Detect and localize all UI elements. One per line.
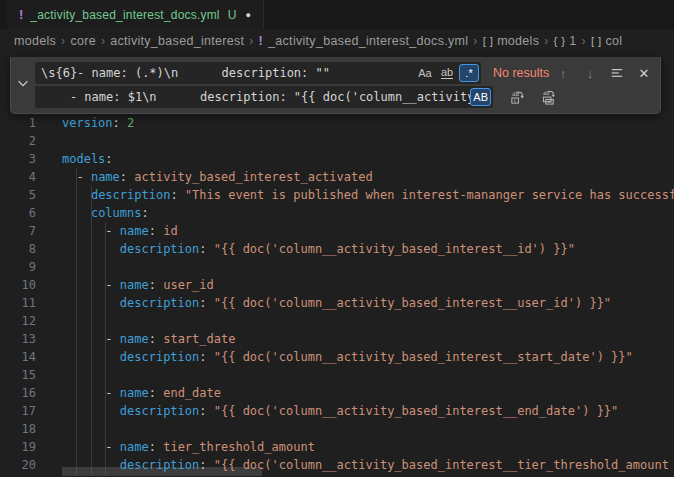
breadcrumb-item-activity-based-interest[interactable]: activity_based_interest (110, 34, 244, 48)
match-case-button[interactable]: Aa (415, 64, 435, 82)
yaml-punctuation: : (149, 224, 156, 238)
find-in-selection-button[interactable] (607, 63, 627, 83)
yaml-punctuation: : (105, 152, 112, 166)
breadcrumb-separator: › (61, 34, 65, 48)
yaml-value: "{{ doc('column__activity_based_interest… (207, 350, 633, 364)
breadcrumb-item-models[interactable]: models (14, 34, 56, 48)
yaml-punctuation: - (105, 332, 119, 346)
yaml-punctuation: : (199, 404, 206, 418)
find-replace-widget: \s{6}- name: (.*)\n description: "" Aa a… (10, 57, 661, 114)
yaml-punctuation (62, 458, 120, 472)
symbol-array-icon: [ ] (591, 35, 602, 47)
breadcrumb-separator: › (249, 34, 253, 48)
code-line-10[interactable]: - name: user_id (62, 276, 214, 294)
breadcrumb: models›core›activity_based_interest›!_ac… (0, 29, 674, 52)
breadcrumb-item-models[interactable]: [ ]models (483, 34, 540, 48)
next-match-button[interactable]: ↓ (580, 63, 600, 83)
find-input-value: \s{6}- name: (.*)\n description: "" (41, 66, 415, 80)
line-number: 4 (0, 168, 36, 186)
code-line-20[interactable]: description: "{{ doc('column__activity_b… (62, 456, 669, 474)
yaml-key: description (120, 350, 199, 364)
toggle-replace-button[interactable] (11, 57, 35, 113)
replace-input[interactable]: - name: $1\n description: "{{ doc('colum… (35, 86, 493, 108)
yaml-punctuation (62, 278, 105, 292)
yaml-punctuation: : (199, 242, 206, 256)
line-number: 10 (0, 276, 36, 294)
code-line-6[interactable]: columns: (62, 204, 149, 222)
code-line-8[interactable]: description: "{{ doc('column__activity_b… (62, 240, 575, 258)
breadcrumb-label: 1 (569, 34, 576, 48)
code-line-4[interactable]: - name: activity_based_interest_activate… (62, 168, 373, 186)
yaml-punctuation: - (105, 440, 119, 454)
breadcrumb-label: models (14, 34, 56, 48)
breadcrumb-separator: › (101, 34, 105, 48)
code-line-3[interactable]: models: (62, 150, 113, 168)
tab-activity-based-interest-docs[interactable]: ! _activity_based_interest_docs.yml U ● (7, 0, 264, 29)
code-line-19[interactable]: - name: tier_threshold_amount (62, 438, 315, 456)
replace-all-button[interactable]: ab ac (539, 87, 559, 107)
code-line-16[interactable]: - name: end_date (62, 384, 221, 402)
yaml-key: name (120, 278, 149, 292)
yaml-punctuation (62, 386, 105, 400)
yaml-punctuation: : (149, 386, 156, 400)
code-line-14[interactable]: description: "{{ doc('column__activity_b… (62, 348, 633, 366)
breadcrumb-item-core[interactable]: core (70, 34, 96, 48)
breadcrumb-label: core (70, 34, 96, 48)
regex-button[interactable]: .* (459, 64, 479, 82)
yaml-punctuation (62, 296, 120, 310)
replace-button[interactable]: ab c (507, 87, 527, 107)
yaml-value: activity_based_interest_activated (127, 170, 373, 184)
replace-all-icon: ab ac (542, 90, 557, 105)
yaml-punctuation: : (113, 116, 120, 130)
yaml-number: 2 (127, 116, 134, 130)
code-line-1[interactable]: version: 2 (62, 114, 134, 132)
yaml-punctuation (62, 440, 105, 454)
yaml-value: "{{ doc('column__activity_based_interest… (207, 242, 575, 256)
code-line-17[interactable]: description: "{{ doc('column__activity_b… (62, 402, 618, 420)
yaml-punctuation (120, 116, 127, 130)
yaml-punctuation: : (170, 188, 177, 202)
yaml-value: start_date (156, 332, 235, 346)
previous-match-button[interactable]: ↑ (553, 63, 573, 83)
tab-filename: _activity_based_interest_docs.yml (30, 8, 219, 22)
yaml-key: description (91, 188, 170, 202)
close-button[interactable]: ✕ (634, 63, 654, 83)
line-number: 19 (0, 438, 36, 456)
yaml-punctuation (62, 188, 91, 202)
breadcrumb-label: activity_based_interest (110, 34, 244, 48)
modified-dot-icon[interactable]: ● (245, 10, 250, 20)
breadcrumb-separator: › (582, 34, 586, 48)
yaml-punctuation: : (199, 296, 206, 310)
whole-word-button[interactable]: ab (437, 64, 457, 82)
line-number: 3 (0, 150, 36, 168)
code-line-11[interactable]: description: "{{ doc('column__activity_b… (62, 294, 611, 312)
yaml-key: version (62, 116, 113, 130)
yaml-key: description (120, 458, 199, 472)
line-number: 12 (0, 312, 36, 330)
code-line-13[interactable]: - name: start_date (62, 330, 235, 348)
tab-bar: ! _activity_based_interest_docs.yml U ● (0, 0, 674, 29)
replace-icon: ab c (510, 90, 525, 105)
line-number: 13 (0, 330, 36, 348)
yaml-punctuation: : (141, 206, 148, 220)
yaml-punctuation: : (199, 458, 206, 472)
yaml-file-icon: ! (259, 34, 263, 48)
breadcrumb-label: models (497, 34, 539, 48)
line-number: 9 (0, 258, 36, 276)
find-input[interactable]: \s{6}- name: (.*)\n description: "" Aa a… (35, 62, 481, 84)
yaml-value: end_date (156, 386, 221, 400)
code-line-5[interactable]: description: "This event is published wh… (62, 186, 674, 204)
find-results-status: No results (493, 66, 549, 80)
editor-pane[interactable]: 1version: 223models:4 - name: activity_b… (0, 52, 674, 477)
yaml-punctuation (62, 332, 105, 346)
git-untracked-badge: U (228, 8, 237, 22)
breadcrumb-item-col[interactable]: [ ]col (591, 34, 622, 48)
code-line-7[interactable]: - name: id (62, 222, 178, 240)
symbol-object-icon: { } (554, 35, 566, 47)
breadcrumb-item-1[interactable]: { }1 (554, 34, 577, 48)
line-number: 16 (0, 384, 36, 402)
yaml-value: "This event is published when interest-m… (178, 188, 674, 202)
preserve-case-button[interactable]: AB (470, 88, 491, 106)
yaml-punctuation: - (105, 278, 119, 292)
breadcrumb-item--activity-based-interest-docs-yml[interactable]: !_activity_based_interest_docs.yml (259, 34, 469, 48)
